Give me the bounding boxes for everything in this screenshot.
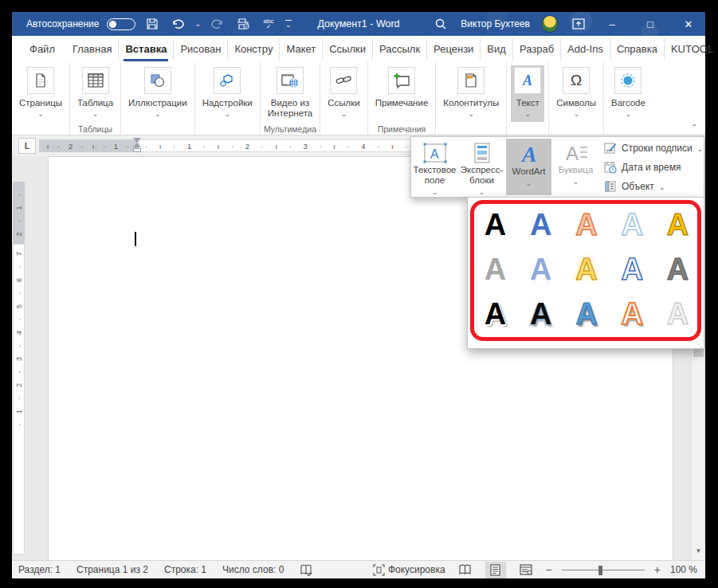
proofing-icon[interactable] <box>300 564 313 576</box>
text-box-button[interactable]: A Текстовое поле ⌄ <box>412 139 457 195</box>
hanging-indent-marker[interactable] <box>133 143 141 147</box>
minimize-button[interactable]: – <box>598 13 626 35</box>
status-word-count[interactable]: Число слов: 0 <box>222 564 284 575</box>
vertical-ruler[interactable]: 2 · 1 · · 1 · 2 · 3 · 4 · 5 · 6 · 7 <box>12 156 26 560</box>
date-time-item[interactable]: Дата и время <box>604 159 703 175</box>
print-layout-icon[interactable] <box>485 562 506 578</box>
user-name[interactable]: Виктор Бухтеев <box>461 18 530 29</box>
wordart-style-11[interactable]: A <box>473 292 518 336</box>
undo-dropdown-icon[interactable]: ⌄ <box>194 21 201 28</box>
barcode-button[interactable]: Barcode ⌄ <box>608 65 649 122</box>
autosave-toggle-knob <box>109 21 116 28</box>
save-icon[interactable] <box>143 16 161 32</box>
comment-label: Примечание <box>375 98 429 108</box>
comment-button[interactable]: Примечание <box>372 65 432 122</box>
tab-design[interactable]: Констру <box>228 38 280 60</box>
scrollbar-down-arrow-icon[interactable]: ▾ <box>692 544 705 557</box>
tab-developer[interactable]: Разраб <box>513 38 561 60</box>
wordart-style-8[interactable]: A <box>563 247 609 292</box>
drop-cap-chevron-icon: ⌄ <box>573 177 579 187</box>
wordart-style-3[interactable]: A <box>563 202 609 247</box>
undo-icon[interactable] <box>169 16 186 32</box>
wordart-style-10[interactable]: A <box>655 247 700 292</box>
status-section[interactable]: Раздел: 1 <box>18 564 61 575</box>
tab-stop-selector[interactable]: L <box>18 138 36 154</box>
zoom-slider-thumb[interactable] <box>598 566 602 575</box>
wordart-style-7[interactable]: A <box>518 247 563 292</box>
tab-kutools[interactable]: KUTOOL <box>665 38 718 60</box>
pages-button[interactable]: Страницы ⌄ <box>16 65 65 122</box>
quick-parts-button[interactable]: Экспресс-блоки ⌄ <box>459 139 504 195</box>
wordart-style-6[interactable]: A <box>473 247 518 292</box>
header-footer-icon <box>457 67 485 94</box>
addins-button[interactable]: Надстройки ⌄ <box>199 65 256 122</box>
close-button[interactable]: ✕ <box>675 13 702 35</box>
symbols-button[interactable]: Ω Символы ⌄ <box>553 65 599 122</box>
left-indent-marker[interactable] <box>133 148 141 152</box>
resize-grip-icon[interactable]: ⋱ <box>695 340 702 348</box>
signature-line-item[interactable]: Строки подписи ⌄ <box>604 140 703 156</box>
collapse-ribbon-icon[interactable]: ⌄ <box>691 123 697 131</box>
online-video-button[interactable]: Видео из Интернета <box>265 65 316 122</box>
maximize-button[interactable]: □ <box>637 13 664 35</box>
status-line[interactable]: Строка: 1 <box>164 564 206 575</box>
symbols-chevron-icon: ⌄ <box>573 110 579 118</box>
text-box-label: Текстовое поле <box>412 165 457 186</box>
spelling-icon[interactable]: abc ✓ <box>260 16 277 32</box>
illustrations-button[interactable]: Иллюстрации ⌄ <box>125 65 190 122</box>
object-item[interactable]: Объект ⌄ <box>604 178 703 194</box>
autosave-toggle[interactable] <box>107 18 135 30</box>
tab-addins[interactable]: Add-Ins <box>561 38 610 60</box>
tab-file[interactable]: Файл <box>23 38 61 60</box>
tab-view[interactable]: Вид <box>481 38 513 60</box>
tab-draw[interactable]: Рисован <box>174 38 228 60</box>
zoom-slider[interactable] <box>562 562 645 578</box>
tab-help[interactable]: Справка <box>610 38 665 60</box>
zoom-out-button[interactable]: − <box>546 563 552 576</box>
customize-qat-icon[interactable]: ⌄ <box>285 20 292 29</box>
quick-print-icon[interactable] <box>234 16 252 32</box>
wordart-style-12[interactable]: A <box>518 292 563 336</box>
tab-mailings[interactable]: Рассылк <box>373 38 427 60</box>
group-label-tables: Таблицы <box>70 124 120 134</box>
online-video-icon <box>277 67 304 94</box>
addins-chevron-icon: ⌄ <box>224 110 230 118</box>
wordart-style-13[interactable]: A <box>563 292 609 336</box>
indent-markers[interactable] <box>133 138 142 155</box>
links-button[interactable]: Ссылки ⌄ <box>324 65 363 122</box>
zoom-slider-track <box>562 570 645 571</box>
focus-label[interactable]: Фокусировка <box>388 564 445 575</box>
tab-layout[interactable]: Макет <box>280 38 323 60</box>
wordart-style-15[interactable]: A <box>655 292 700 336</box>
wordart-style-1[interactable]: A <box>473 202 518 247</box>
tab-review[interactable]: Рецензи <box>427 38 481 60</box>
wordart-style-14[interactable]: A <box>610 292 655 336</box>
wordart-style-5[interactable]: A <box>655 202 700 247</box>
read-mode-icon[interactable] <box>455 562 476 578</box>
search-icon[interactable] <box>432 16 449 32</box>
table-button[interactable]: Таблица ⌄ <box>74 65 116 122</box>
web-layout-icon[interactable] <box>516 562 536 578</box>
tab-references[interactable]: Ссылки <box>323 38 373 60</box>
spelling-check-glyph: ✓ <box>266 24 272 29</box>
autosave-label: Автосохранение <box>26 18 99 29</box>
avatar[interactable] <box>541 15 559 33</box>
zoom-in-button[interactable]: + <box>654 563 661 576</box>
word-window: Автосохранение ⌄ abc ✓ ⌄ Документ1 - Wor… <box>12 12 705 578</box>
tab-home[interactable]: Главная <box>66 38 119 60</box>
wordart-style-4[interactable]: A <box>610 202 655 247</box>
header-footer-button[interactable]: Колонтитулы ⌄ <box>440 65 502 122</box>
barcode-label: Barcode <box>611 98 645 108</box>
wordart-button[interactable]: A WordArt ⌄ <box>506 139 551 195</box>
text-button[interactable]: A Текст ⌄ <box>511 65 544 122</box>
wordart-style-9[interactable]: A <box>610 247 655 292</box>
ribbon-display-options-icon[interactable] <box>570 16 587 32</box>
group-symbols: Ω Символы ⌄ <box>549 62 604 135</box>
status-page[interactable]: Страница 1 из 2 <box>77 564 148 575</box>
wordart-style-2[interactable]: A <box>518 202 563 247</box>
online-video-label: Видео из Интернета <box>268 98 312 119</box>
zoom-percentage[interactable]: 100 % <box>670 564 697 575</box>
date-time-icon <box>604 161 617 174</box>
tab-insert[interactable]: Вставка <box>119 38 174 60</box>
quick-parts-icon <box>469 141 496 165</box>
